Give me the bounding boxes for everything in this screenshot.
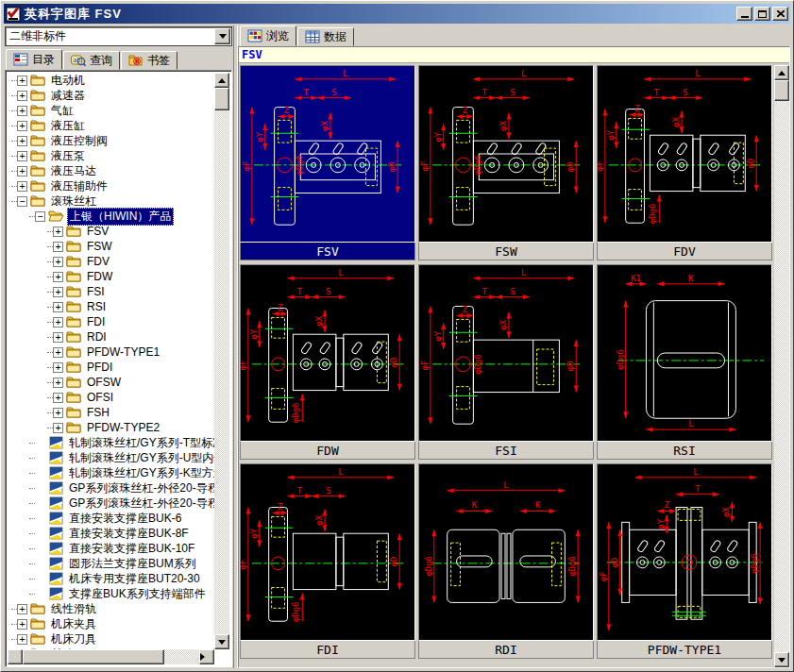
tree-item-label[interactable]: PFDW-TYPE2 — [85, 421, 161, 434]
tree-item-label[interactable]: 轧制滚珠丝杠/GY系列-K型方丝 — [67, 465, 214, 481]
expand-icon[interactable]: + — [17, 181, 27, 192]
tree-item-轧制滚珠丝杠/GY系列-U型内嵌[interactable]: 轧制滚珠丝杠/GY系列-U型内嵌 — [8, 450, 214, 465]
tree-item-label[interactable]: 轧制滚珠丝杠/GY系列-T型标准 — [67, 435, 214, 451]
thumbnail-label[interactable]: RDI — [418, 641, 594, 659]
expand-icon[interactable]: + — [17, 136, 27, 146]
tree-item-label[interactable]: 机床夹具 — [49, 616, 98, 632]
tree-item-减速器[interactable]: +减速器 — [8, 88, 214, 103]
tree-item-GP系列滚珠丝杠-外径20-导程4[interactable]: GP系列滚珠丝杠-外径20-导程4 — [8, 480, 214, 496]
grid-vscroll-thumb[interactable] — [774, 80, 789, 101]
expand-icon[interactable]: + — [53, 227, 63, 237]
tree-item-label[interactable]: 液压控制阀 — [49, 133, 110, 149]
expand-icon[interactable]: + — [17, 151, 27, 161]
tree-item-FSW[interactable]: +FSW — [8, 239, 214, 254]
tree-item-label[interactable]: FDI — [85, 315, 107, 328]
collapse-icon[interactable]: − — [35, 211, 45, 222]
tree-horizontal-scrollbar[interactable] — [8, 649, 214, 664]
expand-icon[interactable]: + — [53, 302, 63, 312]
thumbnail-drawing-FDW[interactable]: LTSZφYφXφFφDg6φD — [240, 264, 415, 442]
tab-浏览[interactable]: 浏览 — [240, 25, 296, 46]
tree-item-PFDW-TYPE2[interactable]: +PFDW-TYPE2 — [8, 420, 214, 435]
tree-item-label[interactable]: 机床专用支撑座BUT20-30 — [67, 571, 202, 587]
tree-item-机床专用支撑座BUT20-30[interactable]: 机床专用支撑座BUT20-30 — [8, 571, 214, 586]
tab-查询[interactable]: ab查询 — [63, 51, 120, 70]
tree-item-机床夹具[interactable]: +机床夹具 — [8, 616, 214, 631]
minimize-button[interactable] — [736, 7, 752, 21]
tree-item-label[interactable]: 液压马达 — [49, 163, 98, 179]
thumbnail-drawing-RSI[interactable]: K1KφDg6L — [597, 264, 772, 442]
tree-item-label[interactable]: OFSI — [85, 391, 115, 404]
thumbnail-label[interactable]: FDW — [240, 442, 415, 460]
tree-item-label[interactable]: GP系列滚珠丝杠-外径20-导程5 — [67, 496, 214, 512]
tree-item-液压泵[interactable]: +液压泵 — [8, 148, 214, 163]
tree-item-GP系列滚珠丝杠-外径20-导程5[interactable]: GP系列滚珠丝杠-外径20-导程5 — [8, 496, 214, 511]
expand-icon[interactable]: + — [53, 408, 63, 418]
tree-item-液压缸[interactable]: +液压缸 — [8, 118, 214, 133]
grid-vscroll-track[interactable] — [774, 80, 789, 652]
expand-icon[interactable]: + — [53, 317, 63, 328]
tree-item-RDI[interactable]: +RDI — [8, 329, 214, 344]
tree-item-label[interactable]: 线性滑轨 — [49, 601, 98, 617]
tree-item-label[interactable]: 液压缸 — [49, 118, 87, 134]
thumbnail-FSI[interactable]: LTSZφYφXφFφDg6φDFSI — [418, 264, 594, 462]
thumbnail-drawing-FDI[interactable]: LTSZφYφXφFφDg6φD — [240, 463, 415, 641]
tree-item-label[interactable]: 直接安装支撑座BUK-6 — [67, 511, 183, 527]
tree-item-轧制滚珠丝杠/GY系列-K型方丝[interactable]: 轧制滚珠丝杠/GY系列-K型方丝 — [8, 465, 214, 480]
tree-item-FSH[interactable]: +FSH — [8, 405, 214, 420]
tree-item-label[interactable]: 气缸 — [49, 103, 76, 119]
tree-item-label[interactable]: FDW — [85, 270, 114, 283]
tree-item-FSI[interactable]: +FSI — [8, 284, 214, 299]
tree-item-PFDI[interactable]: +PFDI — [8, 360, 214, 375]
tree-item-label[interactable]: 减速器 — [49, 88, 87, 104]
tree-item-电动机[interactable]: +电动机 — [8, 73, 214, 88]
thumbnail-drawing-FSV[interactable]: LTSZφYφXφFφDg6φD — [240, 65, 415, 243]
tree-item-label[interactable]: RDI — [85, 330, 109, 344]
tree-item-气缸[interactable]: +气缸 — [8, 103, 214, 118]
tree-item-直接安装支撑座BUK-6[interactable]: 直接安装支撑座BUK-6 — [8, 511, 214, 526]
tree-item-液压控制阀[interactable]: +液压控制阀 — [8, 133, 214, 148]
tree-item-label[interactable]: RSI — [85, 300, 108, 313]
category-combobox[interactable]: 二维非标件 — [5, 26, 232, 46]
tree-item-FDV[interactable]: +FDV — [8, 254, 214, 269]
expand-icon[interactable]: + — [17, 91, 27, 101]
thumbnail-FDI[interactable]: LTSZφYφXφFφDg6φDFDI — [240, 463, 415, 661]
tree-vscroll-track[interactable] — [214, 88, 229, 634]
collapse-icon[interactable]: − — [17, 196, 27, 207]
tree-item-OFSI[interactable]: +OFSI — [8, 390, 214, 405]
tree-item-label[interactable]: FSI — [85, 285, 107, 298]
expand-icon[interactable]: + — [17, 76, 27, 86]
tree-hscroll-thumb[interactable] — [23, 649, 164, 664]
tree-scroll-left-button[interactable] — [8, 649, 23, 664]
thumbnail-drawing-FDV[interactable]: LTSZφYφXφFφDg6φD — [597, 65, 772, 243]
tree-item-直接安装支撑座BUK-10F[interactable]: 直接安装支撑座BUK-10F — [8, 541, 214, 556]
tree-item-label[interactable]: FSH — [85, 406, 111, 419]
tree-item-OFSW[interactable]: +OFSW — [8, 375, 214, 390]
expand-icon[interactable]: + — [53, 287, 63, 297]
tree-item-label[interactable]: 直接安装支撑座BUK-10F — [67, 541, 196, 557]
expand-icon[interactable]: + — [53, 393, 63, 403]
tree-vscroll-thumb[interactable] — [214, 88, 229, 110]
tree-item-label[interactable]: OFSW — [85, 376, 123, 389]
tree-item-label[interactable]: 轧制滚珠丝杠/GY系列-U型内嵌 — [67, 450, 214, 466]
thumbnail-label[interactable]: FSV — [240, 243, 415, 260]
tree-item-label[interactable]: PFDW-TYPE1 — [85, 345, 161, 359]
thumbnail-drawing-PFDW-TYPE1[interactable]: LTZφXφYφFφDφDg6 — [597, 463, 772, 641]
tree-item-label[interactable]: 圆形法兰支撑座BUM系列 — [67, 556, 198, 572]
tree-item-label[interactable]: 支撑座BUK系列支持端部件 — [67, 586, 208, 602]
tree-item-圆形法兰支撑座BUM系列[interactable]: 圆形法兰支撑座BUM系列 — [8, 556, 214, 571]
tree-item-线性滑轨[interactable]: +线性滑轨 — [8, 601, 214, 616]
expand-icon[interactable]: + — [17, 166, 27, 176]
thumbnail-PFDW-TYPE1[interactable]: LTZφXφYφFφDφDg6PFDW-TYPE1 — [597, 463, 772, 661]
tree-vertical-scrollbar[interactable] — [214, 73, 229, 649]
tree-item-label[interactable]: 电动机 — [49, 73, 87, 89]
tree-item-label[interactable]: FSW — [85, 240, 114, 253]
tree-item-label[interactable]: 直接安装支撑座BUK-8F — [67, 526, 191, 542]
expand-icon[interactable]: + — [53, 242, 63, 252]
expand-icon[interactable]: + — [53, 362, 63, 373]
tree-item-label[interactable]: 上银（HIWIN）产品 — [67, 208, 174, 226]
thumbnail-FSV[interactable]: LTSZφYφXφFφDg6φDFSV — [240, 65, 415, 262]
combobox-dropdown-button[interactable] — [214, 28, 230, 44]
tree-scroll-up-button[interactable] — [214, 73, 229, 88]
tree-item-机床刀具[interactable]: +机床刀具 — [8, 631, 214, 647]
tree-item-FDI[interactable]: +FDI — [8, 314, 214, 329]
